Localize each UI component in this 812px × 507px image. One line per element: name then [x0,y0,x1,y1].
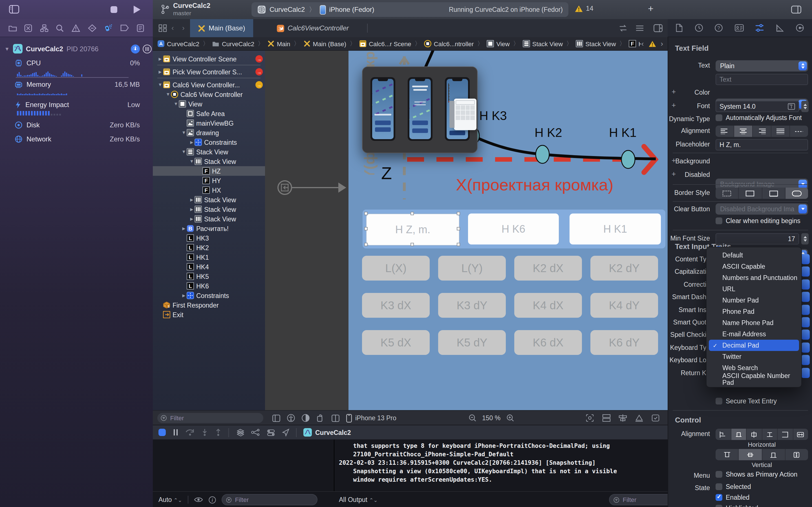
yellow-issue-badge[interactable]: → [255,81,263,89]
placeholder-input[interactable] [716,139,808,151]
border-rounded-segment[interactable] [785,187,808,199]
split-preview-icon[interactable] [332,414,340,421]
console-split-divider[interactable] [334,439,335,491]
step-over-icon[interactable] [186,429,195,436]
trait-popup-stepper[interactable] [801,267,810,277]
debug-process-chip[interactable]: CurveCalc2 [303,428,351,437]
back-button[interactable]: ‹ [171,24,174,32]
warning-indicator[interactable]: 14 [574,4,594,12]
border-none-segment[interactable] [716,187,739,199]
test-navigator-icon[interactable] [88,24,96,32]
device-preview-2[interactable] [408,77,433,141]
v-align-center-segment[interactable] [739,449,762,460]
menu-item-web-search[interactable]: Web Search [709,362,799,374]
state-highlighted-checkbox[interactable] [716,505,722,507]
menu-item-decimal-pad[interactable]: ✓Decimal Pad [709,340,799,351]
outline-row-stack-view[interactable]: ▶Stack View [153,205,265,214]
red-issue-badge[interactable]: → [255,68,263,75]
scene-field-k3-dy[interactable]: K3 dY [438,293,506,318]
device-selector[interactable]: iPhone 13 Pro [346,414,396,422]
history-inspector-icon[interactable] [695,24,703,32]
outline-row-mainviewbg[interactable]: mainViewBG [153,118,265,128]
red-issue-badge[interactable]: → [255,55,263,62]
scene-field-k5-dx[interactable]: K5 dX [362,330,430,355]
outline-row-hk6[interactable]: LHK6 [153,281,265,291]
breadcrumb-item-5[interactable]: Calc6...ntroller [424,40,474,47]
scene-field-k6-dx[interactable]: K6 dX [514,330,582,355]
trait-popup-stepper[interactable] [801,342,810,353]
outline-row-hx[interactable]: FHX [153,185,265,195]
menu-item-phone-pad[interactable]: Phone Pad [709,306,799,317]
menu-item-url[interactable]: URL [709,283,799,295]
threads-badge-icon[interactable] [143,45,152,54]
disclosure-closed-icon[interactable]: ▶ [181,226,187,231]
menu-item-twitter[interactable]: Twitter [709,351,799,362]
issue-navigator-icon[interactable] [71,24,80,32]
interface-builder-canvas[interactable]: Y(фактическая кромка) H K4 H K3 H K2 H K… [265,51,668,410]
embed-in-stack-icon[interactable] [602,414,611,422]
report-navigator-icon[interactable] [137,24,144,32]
breadcrumb-item-3[interactable]: Main (Base) [303,40,347,47]
device-preview-1[interactable] [370,77,395,141]
text-value-input[interactable] [716,74,808,85]
state-enabled-checkbox[interactable] [716,494,722,501]
disclosure-open-icon[interactable]: ▼ [157,82,163,87]
scene-field-k3-dx[interactable]: K3 dX [362,293,430,318]
h-align-expand-segment[interactable] [793,429,808,440]
breadcrumb-item-8[interactable]: Stack View [576,40,616,47]
border-bezel-segment[interactable] [762,187,785,199]
appearance-toggle-icon[interactable] [302,414,310,422]
breadcrumb-item-7[interactable]: Stack View [523,40,563,47]
debug-navigator-icon[interactable] [104,24,112,32]
scheme-selector[interactable]: CurveCalc2 〉 iPhone (Fedor) Running Curv… [252,2,568,17]
tab-calc6viewcontroller[interactable]: Calc6ViewController [269,19,357,37]
outline-row-stack-view[interactable]: ▼Stack View [153,147,265,157]
outline-row-hk1[interactable]: LHK1 [153,252,265,262]
editor-options-icon[interactable] [636,24,644,32]
project-navigator-icon[interactable] [8,24,17,32]
identity-inspector-icon[interactable] [734,24,744,32]
view-hierarchy-icon[interactable] [236,429,244,436]
menu-item-numbers-and-punctuation[interactable]: Numbers and Punctuation [709,272,799,283]
breadcrumb-item-4[interactable]: Calc6...r Scene [359,40,411,47]
scene-field-k4-dx[interactable]: K4 dX [514,293,582,318]
resize-handle[interactable] [364,212,368,215]
symbol-navigator-icon[interactable] [40,24,49,32]
outline-row-stack-view[interactable]: ▶Stack View [153,195,265,205]
v-align-top-segment[interactable] [716,449,739,460]
text-field-hk6[interactable]: H K6 [468,214,559,244]
resize-handle[interactable] [364,227,368,230]
eye-icon[interactable] [194,496,203,503]
disclosure-closed-icon[interactable]: ▶ [157,69,163,74]
font-picker-icon[interactable]: T [788,103,795,110]
accessibility-icon[interactable] [287,414,295,422]
align-left-segment[interactable] [716,126,734,137]
run-button[interactable] [134,6,140,13]
breadcrumb-item-6[interactable]: View [487,40,509,47]
disclosure-open-icon[interactable]: ▼ [189,159,195,164]
font-field[interactable]: System 14.0 T [716,101,799,112]
resize-handle[interactable] [457,227,460,230]
next-issue-button[interactable]: › [661,40,663,48]
outline-row-drawing[interactable]: ▼drawing [153,128,265,137]
breadcrumb-item-0[interactable]: CurveCalc2 [157,40,199,47]
project-title-block[interactable]: CurveCalc2 master [173,2,210,16]
source-control-navigator-icon[interactable] [24,24,33,32]
h-align-fill-segment[interactable] [777,429,793,440]
min-font-stepper[interactable] [801,233,809,244]
scene-field-k4-dy[interactable]: K4 dY [591,293,658,318]
view-controller-scene[interactable]: Y(фактическая кромка) H K4 H K3 H K2 H K… [349,51,668,410]
align-center-segment[interactable] [734,126,753,137]
scene-field-k5-dy[interactable]: K5 dY [438,330,506,355]
trait-popup-stepper[interactable] [801,292,810,302]
add-editor-icon[interactable] [654,24,663,32]
sidebar-toggle-icon[interactable] [9,5,19,13]
breakpoint-navigator-icon[interactable] [120,24,129,32]
variables-view-mode[interactable]: Auto ⌃⌄ [158,496,182,503]
device-preview-3-selected[interactable] [445,77,470,141]
menu-item-ascii-capable-number-pad[interactable]: ASCII Capable Number Pad [709,374,799,385]
outline-row-view[interactable]: ▼View [153,99,265,109]
variables-filter-field[interactable] [221,494,317,505]
step-into-icon[interactable] [201,429,208,436]
h-align-center-segment[interactable] [731,429,747,440]
